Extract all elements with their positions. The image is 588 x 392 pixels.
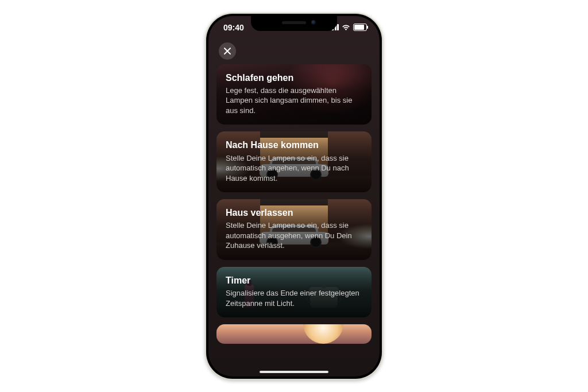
speaker-grill <box>282 21 306 24</box>
automation-card-sleep[interactable]: Schlafen gehen Lege fest, dass die ausge… <box>216 64 372 125</box>
automation-card-timer[interactable]: Timer Signalisiere das Ende einer festge… <box>216 267 372 317</box>
card-title: Schlafen gehen <box>226 72 362 83</box>
close-icon <box>223 47 231 55</box>
close-button[interactable] <box>219 42 236 60</box>
card-description: Stelle Deine Lampen so ein, dass sie aut… <box>226 153 362 184</box>
phone-bezel: 09:40 <box>206 14 382 379</box>
notch <box>251 16 337 31</box>
card-description: Lege fest, dass die ausgewählten Lampen … <box>226 86 362 116</box>
wifi-icon <box>342 24 350 31</box>
screen: 09:40 <box>208 16 380 377</box>
automation-card-coming-home[interactable]: Nach Hause kommen Stelle Deine Lampen so… <box>216 131 372 192</box>
automation-card-next[interactable] <box>216 324 372 344</box>
battery-icon <box>353 24 367 31</box>
automation-card-leaving-home[interactable]: Haus verlassen Stelle Deine Lampen so ei… <box>216 199 372 260</box>
status-time: 09:40 <box>223 23 244 32</box>
home-indicator[interactable] <box>260 371 328 373</box>
card-title: Nach Hause kommen <box>226 139 362 150</box>
automation-list[interactable]: Schlafen gehen Lege fest, dass die ausge… <box>216 64 372 377</box>
front-camera <box>311 20 316 25</box>
card-description: Signalisiere das Ende einer festgelegten… <box>226 288 362 308</box>
card-illustration-other <box>216 324 372 344</box>
card-description: Stelle Deine Lampen so ein, dass sie aut… <box>226 220 362 251</box>
phone-frame: 09:40 <box>205 13 383 380</box>
card-title: Timer <box>226 275 362 286</box>
card-title: Haus verlassen <box>226 207 362 218</box>
product-shot: 09:40 <box>0 0 588 392</box>
